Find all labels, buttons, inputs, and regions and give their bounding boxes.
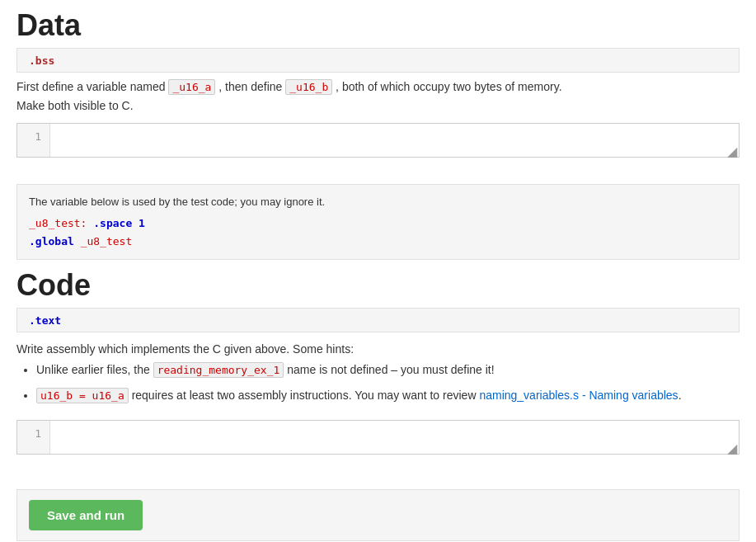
reading-memory-inline: reading_memory_ex_1	[153, 362, 284, 378]
hint-intro-text: Write assembly which implements the C gi…	[16, 342, 740, 356]
save-run-button[interactable]: Save and run	[29, 500, 143, 530]
data-editor-container: 1 ◢	[16, 123, 740, 158]
u16b-eq-u16a-inline: u16_b = u16_a	[36, 388, 129, 403]
space-directive: .space 1	[93, 217, 145, 229]
bottom-bar: Save and run	[16, 489, 740, 541]
hint-item-2: u16_b = u16_a requires at least two asse…	[36, 386, 740, 405]
page-container: Data .bss First define a variable named …	[0, 0, 756, 542]
data-section-title: Data	[16, 8, 740, 43]
info-code-line2: .global _u8_test	[29, 233, 727, 251]
text-directive: .text	[29, 314, 61, 327]
code-section-title: Code	[16, 268, 740, 303]
drag-handle-icon-2[interactable]: ◢	[727, 442, 737, 452]
data-editor-inner: 1	[17, 124, 739, 157]
u8test-global: _u8_test	[81, 235, 133, 247]
data-code-input[interactable]	[50, 124, 739, 157]
code-editor-container: 1 ◢	[16, 420, 740, 455]
var-u16a-inline: _u16_a	[168, 79, 215, 95]
spacer2	[16, 468, 740, 481]
var-u16b-inline: _u16_b	[285, 79, 332, 95]
bss-directive: .bss	[29, 54, 54, 67]
code-code-input[interactable]	[50, 421, 739, 454]
global-directive: .global	[29, 235, 74, 247]
u8test-label: _u8_test:	[29, 217, 87, 229]
data-editor-line-number: 1	[17, 124, 50, 157]
info-code-line1: _u8_test: .space 1	[29, 214, 727, 233]
data-description: First define a variable named _u16_a , t…	[16, 78, 740, 115]
drag-handle-icon[interactable]: ◢	[727, 145, 737, 155]
code-editor-line-number: 1	[17, 421, 50, 454]
code-editor-inner: 1	[17, 421, 739, 454]
spacer1	[16, 171, 740, 184]
info-box-text: The variable below is used by the test c…	[29, 193, 727, 211]
info-box: The variable below is used by the test c…	[16, 184, 740, 260]
naming-variables-link[interactable]: naming_variables.s - Naming variables	[479, 389, 678, 402]
hint-item-1: Unlike earlier files, the reading_memory…	[36, 361, 740, 379]
bss-directive-box: .bss	[16, 48, 740, 73]
hints-list: Unlike earlier files, the reading_memory…	[36, 361, 740, 405]
hint-box: Write assembly which implements the C gi…	[16, 337, 740, 420]
text-directive-box: .text	[16, 308, 740, 332]
